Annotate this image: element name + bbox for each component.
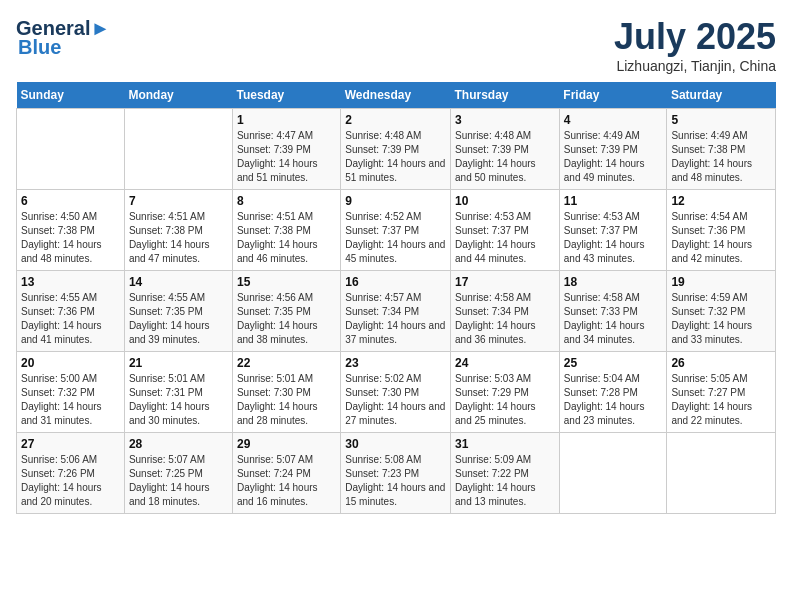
day-number: 19 <box>671 275 771 289</box>
day-cell <box>17 109 125 190</box>
day-cell: 5Sunrise: 4:49 AMSunset: 7:38 PMDaylight… <box>667 109 776 190</box>
day-info: Sunrise: 4:55 AMSunset: 7:35 PMDaylight:… <box>129 291 228 347</box>
day-info: Sunrise: 4:49 AMSunset: 7:38 PMDaylight:… <box>671 129 771 185</box>
day-info: Sunrise: 4:55 AMSunset: 7:36 PMDaylight:… <box>21 291 120 347</box>
day-cell: 29Sunrise: 5:07 AMSunset: 7:24 PMDayligh… <box>232 433 340 514</box>
day-cell: 27Sunrise: 5:06 AMSunset: 7:26 PMDayligh… <box>17 433 125 514</box>
day-number: 25 <box>564 356 663 370</box>
day-cell: 25Sunrise: 5:04 AMSunset: 7:28 PMDayligh… <box>559 352 667 433</box>
day-info: Sunrise: 4:51 AMSunset: 7:38 PMDaylight:… <box>129 210 228 266</box>
day-cell: 28Sunrise: 5:07 AMSunset: 7:25 PMDayligh… <box>124 433 232 514</box>
day-info: Sunrise: 4:53 AMSunset: 7:37 PMDaylight:… <box>564 210 663 266</box>
day-cell: 3Sunrise: 4:48 AMSunset: 7:39 PMDaylight… <box>451 109 560 190</box>
day-cell: 15Sunrise: 4:56 AMSunset: 7:35 PMDayligh… <box>232 271 340 352</box>
day-cell: 23Sunrise: 5:02 AMSunset: 7:30 PMDayligh… <box>341 352 451 433</box>
day-number: 16 <box>345 275 446 289</box>
day-info: Sunrise: 5:01 AMSunset: 7:31 PMDaylight:… <box>129 372 228 428</box>
day-cell: 24Sunrise: 5:03 AMSunset: 7:29 PMDayligh… <box>451 352 560 433</box>
day-cell: 20Sunrise: 5:00 AMSunset: 7:32 PMDayligh… <box>17 352 125 433</box>
location: Lizhuangzi, Tianjin, China <box>614 58 776 74</box>
day-info: Sunrise: 5:08 AMSunset: 7:23 PMDaylight:… <box>345 453 446 509</box>
day-cell: 31Sunrise: 5:09 AMSunset: 7:22 PMDayligh… <box>451 433 560 514</box>
week-row-4: 20Sunrise: 5:00 AMSunset: 7:32 PMDayligh… <box>17 352 776 433</box>
day-number: 22 <box>237 356 336 370</box>
day-info: Sunrise: 4:53 AMSunset: 7:37 PMDaylight:… <box>455 210 555 266</box>
day-cell: 18Sunrise: 4:58 AMSunset: 7:33 PMDayligh… <box>559 271 667 352</box>
day-number: 12 <box>671 194 771 208</box>
day-number: 30 <box>345 437 446 451</box>
day-info: Sunrise: 5:05 AMSunset: 7:27 PMDaylight:… <box>671 372 771 428</box>
day-cell: 22Sunrise: 5:01 AMSunset: 7:30 PMDayligh… <box>232 352 340 433</box>
day-number: 21 <box>129 356 228 370</box>
day-cell <box>667 433 776 514</box>
day-info: Sunrise: 5:02 AMSunset: 7:30 PMDaylight:… <box>345 372 446 428</box>
week-row-3: 13Sunrise: 4:55 AMSunset: 7:36 PMDayligh… <box>17 271 776 352</box>
day-number: 27 <box>21 437 120 451</box>
col-header-wednesday: Wednesday <box>341 82 451 109</box>
day-info: Sunrise: 4:57 AMSunset: 7:34 PMDaylight:… <box>345 291 446 347</box>
day-number: 10 <box>455 194 555 208</box>
day-info: Sunrise: 4:47 AMSunset: 7:39 PMDaylight:… <box>237 129 336 185</box>
day-cell: 4Sunrise: 4:49 AMSunset: 7:39 PMDaylight… <box>559 109 667 190</box>
day-number: 2 <box>345 113 446 127</box>
logo-subtext: Blue <box>18 36 61 59</box>
day-info: Sunrise: 4:48 AMSunset: 7:39 PMDaylight:… <box>455 129 555 185</box>
day-info: Sunrise: 4:54 AMSunset: 7:36 PMDaylight:… <box>671 210 771 266</box>
day-info: Sunrise: 5:07 AMSunset: 7:24 PMDaylight:… <box>237 453 336 509</box>
day-info: Sunrise: 4:50 AMSunset: 7:38 PMDaylight:… <box>21 210 120 266</box>
day-number: 4 <box>564 113 663 127</box>
logo: General► Blue <box>16 16 110 59</box>
col-header-sunday: Sunday <box>17 82 125 109</box>
day-number: 17 <box>455 275 555 289</box>
day-info: Sunrise: 5:06 AMSunset: 7:26 PMDaylight:… <box>21 453 120 509</box>
day-cell: 17Sunrise: 4:58 AMSunset: 7:34 PMDayligh… <box>451 271 560 352</box>
page-header: General► Blue July 2025 Lizhuangzi, Tian… <box>16 16 776 74</box>
day-cell: 12Sunrise: 4:54 AMSunset: 7:36 PMDayligh… <box>667 190 776 271</box>
day-number: 15 <box>237 275 336 289</box>
day-cell: 16Sunrise: 4:57 AMSunset: 7:34 PMDayligh… <box>341 271 451 352</box>
day-cell <box>124 109 232 190</box>
day-number: 29 <box>237 437 336 451</box>
day-number: 28 <box>129 437 228 451</box>
day-info: Sunrise: 4:58 AMSunset: 7:33 PMDaylight:… <box>564 291 663 347</box>
day-cell: 7Sunrise: 4:51 AMSunset: 7:38 PMDaylight… <box>124 190 232 271</box>
day-info: Sunrise: 5:07 AMSunset: 7:25 PMDaylight:… <box>129 453 228 509</box>
week-row-2: 6Sunrise: 4:50 AMSunset: 7:38 PMDaylight… <box>17 190 776 271</box>
day-info: Sunrise: 4:52 AMSunset: 7:37 PMDaylight:… <box>345 210 446 266</box>
day-number: 6 <box>21 194 120 208</box>
day-number: 13 <box>21 275 120 289</box>
day-cell: 10Sunrise: 4:53 AMSunset: 7:37 PMDayligh… <box>451 190 560 271</box>
day-number: 26 <box>671 356 771 370</box>
day-cell: 6Sunrise: 4:50 AMSunset: 7:38 PMDaylight… <box>17 190 125 271</box>
day-info: Sunrise: 4:51 AMSunset: 7:38 PMDaylight:… <box>237 210 336 266</box>
day-number: 11 <box>564 194 663 208</box>
col-header-friday: Friday <box>559 82 667 109</box>
col-header-monday: Monday <box>124 82 232 109</box>
day-info: Sunrise: 4:56 AMSunset: 7:35 PMDaylight:… <box>237 291 336 347</box>
month-title: July 2025 <box>614 16 776 58</box>
day-info: Sunrise: 4:48 AMSunset: 7:39 PMDaylight:… <box>345 129 446 185</box>
day-cell: 26Sunrise: 5:05 AMSunset: 7:27 PMDayligh… <box>667 352 776 433</box>
day-cell: 13Sunrise: 4:55 AMSunset: 7:36 PMDayligh… <box>17 271 125 352</box>
day-info: Sunrise: 5:03 AMSunset: 7:29 PMDaylight:… <box>455 372 555 428</box>
day-number: 23 <box>345 356 446 370</box>
day-number: 8 <box>237 194 336 208</box>
day-cell <box>559 433 667 514</box>
day-cell: 2Sunrise: 4:48 AMSunset: 7:39 PMDaylight… <box>341 109 451 190</box>
day-info: Sunrise: 5:01 AMSunset: 7:30 PMDaylight:… <box>237 372 336 428</box>
day-cell: 9Sunrise: 4:52 AMSunset: 7:37 PMDaylight… <box>341 190 451 271</box>
day-cell: 21Sunrise: 5:01 AMSunset: 7:31 PMDayligh… <box>124 352 232 433</box>
day-info: Sunrise: 4:49 AMSunset: 7:39 PMDaylight:… <box>564 129 663 185</box>
day-number: 24 <box>455 356 555 370</box>
day-cell: 8Sunrise: 4:51 AMSunset: 7:38 PMDaylight… <box>232 190 340 271</box>
title-block: July 2025 Lizhuangzi, Tianjin, China <box>614 16 776 74</box>
day-cell: 11Sunrise: 4:53 AMSunset: 7:37 PMDayligh… <box>559 190 667 271</box>
week-row-1: 1Sunrise: 4:47 AMSunset: 7:39 PMDaylight… <box>17 109 776 190</box>
day-info: Sunrise: 5:09 AMSunset: 7:22 PMDaylight:… <box>455 453 555 509</box>
day-number: 9 <box>345 194 446 208</box>
day-number: 5 <box>671 113 771 127</box>
col-header-thursday: Thursday <box>451 82 560 109</box>
day-number: 14 <box>129 275 228 289</box>
day-cell: 30Sunrise: 5:08 AMSunset: 7:23 PMDayligh… <box>341 433 451 514</box>
col-header-tuesday: Tuesday <box>232 82 340 109</box>
